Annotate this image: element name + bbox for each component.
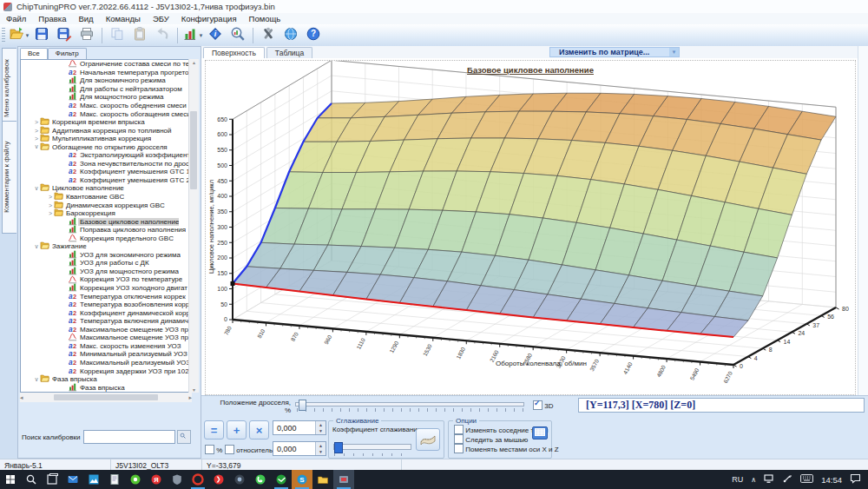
menu-0[interactable]: Файл — [0, 14, 32, 23]
paste-button[interactable] — [129, 26, 150, 44]
undo-button[interactable] — [152, 26, 173, 44]
add-value-button[interactable]: + — [227, 420, 247, 439]
open-file-button[interactable]: ▼ — [9, 26, 30, 44]
online-update-button[interactable] — [280, 26, 301, 44]
taskbar-whatsapp-icon[interactable] — [250, 470, 271, 489]
tree-item-selected[interactable]: Базовое цикловое наполнение — [21, 217, 191, 226]
taskbar-yandex-browser-icon[interactable] — [208, 470, 229, 489]
notification-icon[interactable] — [850, 473, 861, 486]
scroll-up-icon[interactable]: ▴ — [189, 59, 199, 65]
taskbar-notepad-icon[interactable] — [104, 470, 125, 489]
tree-item[interactable]: a2Максимальный реализуемый УОЗ — [21, 359, 191, 367]
menu-2[interactable]: Вид — [72, 14, 99, 23]
tree-item[interactable]: a2Температура отключения коррек — [21, 292, 191, 301]
tree-item[interactable]: >Квантование GBC — [21, 193, 191, 202]
slider-track[interactable] — [295, 402, 524, 406]
save-as-button[interactable] — [54, 26, 75, 44]
taskbar-mail-icon[interactable] — [62, 470, 83, 489]
taskbar-icq-icon[interactable] — [125, 470, 146, 489]
tree-item[interactable]: a2Максимальное смещение УОЗ при — [21, 326, 191, 334]
taskbar-clock[interactable]: 14:54 — [821, 475, 842, 485]
taskbar-task-view-icon[interactable] — [42, 470, 62, 489]
side-tab-calibrations[interactable]: Меню калибровок — [2, 48, 16, 129]
tree-item[interactable]: a2Коэффициент динамической корр — [21, 308, 191, 317]
multiply-value-button[interactable]: × — [249, 420, 269, 439]
ecu-load-button[interactable]: ▼ — [182, 26, 203, 44]
tree-item[interactable]: УОЗ для мощностного режима — [21, 268, 191, 276]
taskbar-search-icon[interactable] — [21, 470, 42, 489]
zoom-map-button[interactable] — [227, 26, 248, 44]
calibration-tree[interactable]: Ограничение состава смеси по темa2Началь… — [20, 59, 192, 393]
checkbox-3d-box[interactable] — [533, 400, 542, 410]
tree-tab-0[interactable]: Все — [20, 48, 48, 59]
apply-smoothing-button[interactable] — [416, 428, 440, 451]
tree-item[interactable]: Коррекция УОЗ холодного двигат — [21, 284, 191, 293]
search-input[interactable] — [83, 430, 175, 444]
tree-item[interactable]: a2Коэффициент уменьшения GTC 1 г — [21, 168, 191, 176]
menu-5[interactable]: Конфигурация — [175, 14, 243, 23]
tree-item[interactable]: >Барокоррекция — [21, 209, 191, 218]
taskbar-yandex-icon[interactable]: Я — [146, 470, 167, 489]
taskbar-start-icon[interactable] — [0, 470, 21, 489]
tree-item[interactable]: a2Начальная температура прогрето — [21, 69, 191, 77]
tab-table[interactable]: Таблица — [266, 47, 312, 58]
chevron-down-icon[interactable]: ∨ — [33, 143, 40, 150]
throttle-slider[interactable] — [295, 400, 523, 413]
edit-by-matrix-button[interactable]: Изменить по матрице... ▼ — [549, 47, 680, 57]
save-file-button[interactable] — [31, 26, 52, 44]
chevron-down-icon[interactable]: ∨ — [33, 376, 40, 383]
option-checkbox-1[interactable]: Следить за мышью — [454, 434, 528, 444]
tree-item[interactable]: a2Макс. скорость изменения УОЗ — [21, 342, 191, 351]
tree-item[interactable]: Коррекция УОЗ по температуре — [21, 275, 191, 284]
tree-item[interactable]: Для мощностного режима — [21, 93, 191, 102]
tree-horizontal-scrollbar[interactable]: ◂ ▸ — [20, 393, 192, 402]
tree-item[interactable]: a2Температура возобновления корр — [21, 301, 191, 309]
checkbox-3d[interactable]: 3D — [533, 400, 553, 410]
help-button[interactable]: ? — [303, 26, 324, 44]
menu-4[interactable]: ЭБУ — [147, 14, 175, 23]
tree-item[interactable]: a2Зона нечувствительности по дрос — [21, 160, 191, 169]
relative-spinner[interactable]: 0,000 ▲▼ — [273, 441, 326, 456]
chevron-right-icon[interactable]: > — [33, 128, 40, 134]
taskbar-shield-icon[interactable] — [167, 470, 187, 489]
tree-item[interactable]: ∨Зажигание — [21, 242, 191, 251]
scroll-down-icon[interactable]: ▾ — [189, 387, 199, 393]
tree-item[interactable]: ∨Цикловое наполнение — [21, 184, 191, 193]
scroll-left-icon[interactable]: ◂ — [20, 394, 23, 401]
chevron-right-icon[interactable]: > — [47, 194, 54, 200]
taskbar-explorer-icon[interactable] — [312, 470, 333, 489]
chevron-right-icon[interactable]: > — [47, 202, 54, 208]
spinner-arrows-icon[interactable]: ▲▼ — [315, 442, 326, 455]
chevron-right-icon[interactable]: > — [33, 119, 40, 125]
tools-button[interactable] — [258, 26, 279, 44]
chevron-right-icon[interactable]: > — [33, 135, 40, 142]
tree-vertical-scrollbar[interactable]: ▴▾ — [188, 59, 199, 393]
taskbar-skype-icon[interactable]: S — [292, 470, 312, 489]
tree-item[interactable]: a2Макс. скорость обеднения смеси — [21, 102, 191, 110]
menu-6[interactable]: Помощь — [243, 14, 287, 23]
smoothing-slider[interactable] — [333, 442, 410, 453]
slider-handle[interactable] — [334, 442, 343, 453]
tree-item[interactable]: >Динамическая коррекция GBC — [21, 201, 191, 209]
taskbar-photos-icon[interactable] — [83, 470, 104, 489]
tree-item[interactable]: a2Минимальный реализуемый УОЗ — [21, 350, 191, 359]
surface-chart[interactable]: 0501001502002503003504004505005506006507… — [205, 60, 856, 395]
taskbar-chiptuning-icon[interactable] — [333, 470, 354, 489]
spinner-arrows-icon[interactable]: ▲▼ — [315, 421, 326, 434]
tree-item[interactable]: Поправка циклового наполнения — [21, 226, 191, 235]
slider-handle[interactable] — [299, 400, 306, 411]
tray-chevron-icon[interactable]: ∧ — [751, 476, 756, 484]
tree-item[interactable]: ∨Обогащение по открытию дросселя — [21, 142, 191, 151]
scroll-right-icon[interactable]: ▸ — [188, 394, 192, 401]
tree-item[interactable]: Для работы с нейтрализатором — [21, 85, 191, 94]
tree-item[interactable]: a2Температура включения динамич — [21, 317, 191, 326]
chevron-down-icon[interactable]: ∨ — [33, 243, 40, 250]
tree-item[interactable]: ∨Фаза впрыска — [21, 375, 191, 384]
search-button[interactable] — [177, 430, 191, 444]
tree-item[interactable]: Для экономичного режима — [21, 76, 191, 85]
taskbar-sber-icon[interactable] — [271, 470, 292, 489]
chevron-right-icon[interactable]: > — [47, 210, 54, 216]
checkbox-percent[interactable]: % — [205, 445, 222, 454]
set-value-button[interactable]: = — [204, 420, 224, 439]
print-button[interactable] — [76, 26, 97, 44]
